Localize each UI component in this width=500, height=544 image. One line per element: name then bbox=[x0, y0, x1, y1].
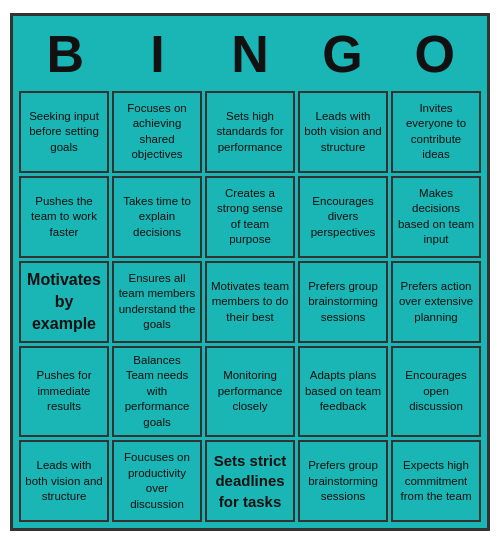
bingo-cell-23: Prefers group brainstorming sessions bbox=[298, 440, 388, 522]
bingo-cell-13: Prefers group brainstorming sessions bbox=[298, 261, 388, 343]
bingo-cell-19: Encourages open discussion bbox=[391, 346, 481, 438]
bingo-letter-g: G bbox=[296, 22, 388, 87]
bingo-cell-18: Adapts plans based on team feedback bbox=[298, 346, 388, 438]
bingo-letter-b: B bbox=[19, 22, 111, 87]
bingo-cell-10: Motivates by example bbox=[19, 261, 109, 343]
bingo-cell-12: Motivates team members to do their best bbox=[205, 261, 295, 343]
bingo-cell-4: Invites everyone to contribute ideas bbox=[391, 91, 481, 173]
bingo-cell-6: Takes time to explain decisions bbox=[112, 176, 202, 258]
bingo-cell-21: Foucuses on productivity over discussion bbox=[112, 440, 202, 522]
bingo-cell-7: Creates a strong sense of team purpose bbox=[205, 176, 295, 258]
bingo-cell-11: Ensures all team members understand the … bbox=[112, 261, 202, 343]
bingo-header: BINGO bbox=[19, 22, 481, 87]
bingo-cell-24: Expects high commitment from the team bbox=[391, 440, 481, 522]
bingo-cell-1: Focuses on achieving shared objectives bbox=[112, 91, 202, 173]
bingo-cell-14: Prefers action over extensive planning bbox=[391, 261, 481, 343]
bingo-cell-16: Balances Team needs with performance goa… bbox=[112, 346, 202, 438]
bingo-cell-22: Sets strict deadlines for tasks bbox=[205, 440, 295, 522]
bingo-cell-3: Leads with both vision and structure bbox=[298, 91, 388, 173]
bingo-grid: Seeking input before setting goalsFocuse… bbox=[19, 91, 481, 523]
bingo-card: BINGO Seeking input before setting goals… bbox=[10, 13, 490, 532]
bingo-cell-17: Monitoring performance closely bbox=[205, 346, 295, 438]
bingo-cell-9: Makes decisions based on team input bbox=[391, 176, 481, 258]
bingo-cell-0: Seeking input before setting goals bbox=[19, 91, 109, 173]
bingo-letter-o: O bbox=[389, 22, 481, 87]
bingo-cell-5: Pushes the team to work faster bbox=[19, 176, 109, 258]
bingo-cell-15: Pushes for immediate results bbox=[19, 346, 109, 438]
bingo-letter-n: N bbox=[204, 22, 296, 87]
bingo-letter-i: I bbox=[111, 22, 203, 87]
bingo-cell-8: Encourages divers perspectives bbox=[298, 176, 388, 258]
bingo-cell-20: Leads with both vision and structure bbox=[19, 440, 109, 522]
bingo-cell-2: Sets high standards for performance bbox=[205, 91, 295, 173]
